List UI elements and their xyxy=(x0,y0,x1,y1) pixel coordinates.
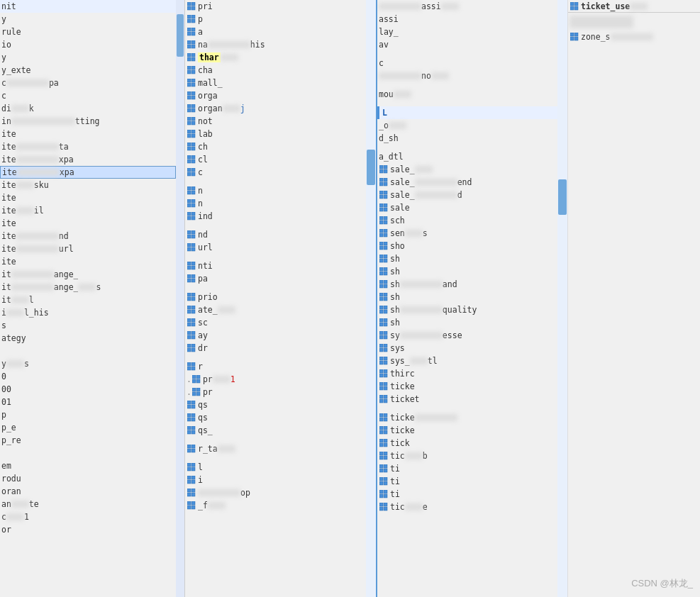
list-item[interactable]: ticke xyxy=(377,411,557,424)
list-item[interactable]: 01 xyxy=(0,396,176,408)
list-item[interactable]: p_re xyxy=(0,434,176,447)
list-item[interactable]: ay xyxy=(185,329,366,342)
list-item[interactable]: cha xyxy=(185,64,366,77)
list-item[interactable]: sh xyxy=(377,316,557,329)
list-item[interactable]: sale_ xyxy=(377,163,557,176)
list-item[interactable]: or xyxy=(0,523,176,536)
list-item[interactable]: mall_ xyxy=(185,77,366,89)
list-item[interactable]: ind xyxy=(185,210,366,223)
list-item[interactable]: ticb xyxy=(377,450,557,462)
list-item[interactable]: l xyxy=(185,461,366,474)
list-item[interactable]: sale xyxy=(377,201,557,214)
list-item[interactable]: y xyxy=(0,13,176,26)
list-item[interactable]: s xyxy=(0,319,176,332)
list-item[interactable]: thirc xyxy=(377,367,557,380)
list-item[interactable]: 00 xyxy=(0,383,176,396)
list-item[interactable]: itexpa xyxy=(0,153,176,166)
list-item[interactable]: sens xyxy=(377,227,557,240)
list-item[interactable]: ate_ xyxy=(185,303,366,316)
list-item[interactable]: sh xyxy=(377,265,557,278)
list-item[interactable]: qs xyxy=(185,411,366,424)
list-item[interactable]: lab xyxy=(185,128,366,140)
list-item[interactable]: y_exte xyxy=(0,64,176,77)
list-item[interactable]: lay_ xyxy=(377,26,557,38)
list-item[interactable]: ticke xyxy=(377,380,557,393)
list-item[interactable]: ys xyxy=(0,357,176,370)
list-item[interactable]: sale_d xyxy=(377,189,557,201)
list-item[interactable]: syesse xyxy=(377,329,557,342)
list-item[interactable]: em xyxy=(0,459,176,472)
list-item[interactable]: ante xyxy=(0,498,176,510)
list-item[interactable]: ite xyxy=(0,255,176,268)
list-item[interactable]: p_e xyxy=(0,421,176,434)
list-item[interactable]: sc xyxy=(185,316,366,329)
list-item[interactable]: n xyxy=(185,197,366,210)
list-item-zone[interactable]: zone_s xyxy=(568,30,700,43)
list-item[interactable]: i xyxy=(185,474,366,486)
list-item[interactable]: 0 xyxy=(0,370,176,383)
list-item[interactable]: ti xyxy=(377,475,557,488)
list-item[interactable]: cl xyxy=(185,153,366,166)
list-item[interactable]: nd xyxy=(185,228,366,241)
list-item[interactable]: dik xyxy=(0,102,176,115)
list-item[interactable]: n xyxy=(185,184,366,197)
column-2-scrollbar[interactable] xyxy=(366,0,376,597)
column-3-scrollbar[interactable] xyxy=(557,0,567,597)
list-item[interactable]: oran xyxy=(0,485,176,498)
list-item[interactable]: io xyxy=(0,38,176,51)
list-item[interactable]: sh xyxy=(377,252,557,265)
list-item[interactable]: . pr xyxy=(185,386,366,398)
list-item[interactable]: assi xyxy=(377,0,557,13)
list-item[interactable]: av xyxy=(377,38,557,51)
list-item[interactable]: nti xyxy=(185,260,366,272)
list-item[interactable]: ch xyxy=(185,140,366,153)
list-item[interactable]: a_dtl xyxy=(377,150,557,163)
list-item[interactable]: ategy xyxy=(0,332,176,345)
list-item[interactable]: r xyxy=(185,360,366,373)
list-item[interactable]: d_sh xyxy=(377,132,557,145)
list-item[interactable]: shquality xyxy=(377,303,557,316)
list-item[interactable]: . pr1 xyxy=(185,373,366,386)
list-item[interactable]: sys xyxy=(377,342,557,355)
list-item[interactable]: intting xyxy=(0,115,176,128)
list-item[interactable]: c xyxy=(185,166,366,179)
list-item[interactable]: nahis xyxy=(185,38,366,51)
list-item[interactable]: op xyxy=(185,486,366,499)
list-item-header[interactable]: ticket_use xyxy=(568,0,700,13)
list-item[interactable]: _o xyxy=(377,119,557,132)
list-item[interactable]: iteta xyxy=(0,140,176,153)
scrollbar-thumb[interactable] xyxy=(177,14,184,57)
scrollbar-thumb-3[interactable] xyxy=(558,179,567,215)
list-item[interactable]: sh xyxy=(377,291,557,303)
list-item[interactable]: itange_ xyxy=(0,268,176,281)
list-item[interactable]: tice xyxy=(377,501,557,513)
list-item-blue-bold[interactable]: L xyxy=(377,106,557,119)
list-item[interactable]: tick xyxy=(377,437,557,450)
list-item[interactable]: qs xyxy=(185,398,366,411)
list-item[interactable]: nit xyxy=(0,0,176,13)
list-item[interactable]: thar xyxy=(185,51,366,64)
list-item[interactable]: itange_s xyxy=(0,281,176,294)
list-item-selected[interactable]: itexpa xyxy=(0,166,176,179)
list-item[interactable]: orga xyxy=(185,89,366,102)
list-item[interactable]: url xyxy=(185,241,366,254)
list-item[interactable]: p xyxy=(0,408,176,421)
list-item[interactable]: sale_end xyxy=(377,176,557,189)
list-item[interactable]: prio xyxy=(185,291,366,303)
list-item[interactable]: not xyxy=(185,115,366,128)
list-item[interactable]: shand xyxy=(377,278,557,291)
list-item[interactable]: mou xyxy=(377,88,557,101)
list-item[interactable]: iteurl xyxy=(0,242,176,255)
list-item[interactable]: rule xyxy=(0,26,176,38)
list-item[interactable]: iteil xyxy=(0,204,176,217)
list-item[interactable]: pri xyxy=(185,0,366,13)
list-item[interactable]: sho xyxy=(377,240,557,252)
list-item[interactable]: ite xyxy=(0,128,176,140)
list-item[interactable]: itl xyxy=(0,294,176,306)
list-item[interactable]: dr xyxy=(185,342,366,355)
list-item[interactable]: _f xyxy=(185,499,366,512)
list-item[interactable]: r_ta xyxy=(185,442,366,455)
list-item[interactable]: itend xyxy=(0,230,176,242)
list-item[interactable]: ite xyxy=(0,217,176,230)
list-item[interactable]: ticket xyxy=(377,393,557,406)
